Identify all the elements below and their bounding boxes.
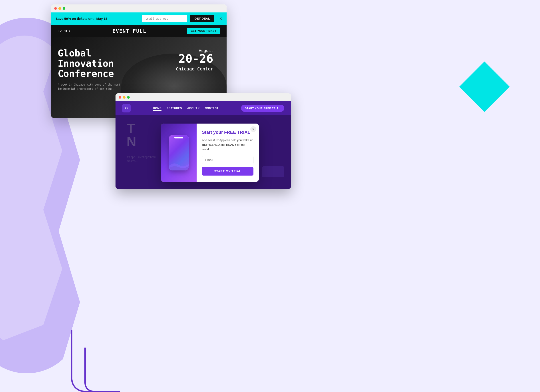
- phone-mockup: [169, 135, 189, 171]
- zz-nav-home[interactable]: HOME: [153, 107, 161, 110]
- zz-hero: TN It's app... creating vibrant dreams..…: [115, 115, 291, 189]
- event-hero-title: Global Innovation Conference: [58, 48, 220, 79]
- zz-logo: Zz: [122, 104, 131, 112]
- get-ticket-button[interactable]: GET YOUR TICKET: [187, 28, 220, 34]
- announcement-close-button[interactable]: ×: [219, 16, 222, 22]
- announcement-text: Save 50% on tickets until May 15: [55, 17, 139, 20]
- purple-shape-2: [85, 347, 120, 392]
- phone-wave-svg: [169, 153, 189, 171]
- zz-nav-about[interactable]: ABOUT ▾: [187, 107, 200, 110]
- phone-notch: [174, 137, 183, 138]
- zz-nav-features[interactable]: FEATURES: [167, 107, 182, 110]
- modal-close-button[interactable]: ×: [250, 126, 256, 132]
- modal-box: × Start your FREE TRIAL And see if Zz Ap…: [161, 124, 259, 182]
- event-nav-label: EVENT: [58, 29, 67, 33]
- zz-navbar: Zz HOME FEATURES ABOUT ▾ CONTACT START Y…: [115, 101, 291, 115]
- event-hero-content: Global Innovation Conference A week in C…: [51, 37, 227, 98]
- start-trial-nav-button[interactable]: START YOUR FREE TRIAL: [241, 105, 284, 112]
- browser-dot-green[interactable]: [63, 7, 65, 10]
- browser-window-zz: Zz HOME FEATURES ABOUT ▾ CONTACT START Y…: [115, 93, 291, 189]
- event-hero-subtitle: A week in Chicago with some of the most …: [58, 83, 133, 91]
- get-deal-button[interactable]: GET DEAL: [190, 15, 214, 22]
- browser-dot-yellow[interactable]: [58, 7, 61, 10]
- modal-content: × Start your FREE TRIAL And see if Zz Ap…: [197, 124, 259, 182]
- announcement-email-input[interactable]: [142, 15, 187, 22]
- zz-nav-links: HOME FEATURES ABOUT ▾ CONTACT: [153, 107, 219, 110]
- browser-dot-red[interactable]: [54, 7, 57, 10]
- modal-overlay: × Start your FREE TRIAL And see if Zz Ap…: [115, 115, 291, 189]
- modal-description: And see if Zz App can help you wake up R…: [202, 138, 253, 152]
- event-logo: EVENT FULL: [112, 28, 146, 34]
- browser-titlebar-1: [51, 5, 227, 12]
- zz-nav-contact[interactable]: CONTACT: [205, 107, 218, 110]
- modal-phone-section: [161, 124, 197, 182]
- cyan-diamond-decoration: [459, 61, 510, 112]
- announcement-bar: Save 50% on tickets until May 15 GET DEA…: [51, 12, 227, 25]
- event-nav-arrow: ▾: [69, 29, 70, 33]
- modal-submit-button[interactable]: START MY TRIAL: [202, 167, 253, 176]
- event-nav-item[interactable]: EVENT ▾: [58, 29, 71, 33]
- modal-title: Start your FREE TRIAL: [202, 130, 253, 135]
- modal-email-input[interactable]: [202, 156, 253, 164]
- phone-screen: [169, 135, 189, 171]
- event-navbar: EVENT ▾ EVENT FULL GET YOUR TICKET: [51, 25, 227, 37]
